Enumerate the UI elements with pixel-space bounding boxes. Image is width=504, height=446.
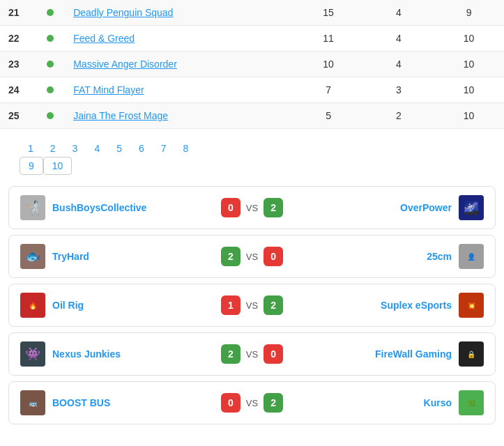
col3-cell: 10 <box>434 103 504 129</box>
status-dot <box>47 9 54 16</box>
team-name-cell[interactable]: FAT Mind Flayer <box>65 77 293 103</box>
team-right: FireWall Gaming 🔒 <box>315 341 484 367</box>
team-left: 👾 Nexus Junkies <box>20 341 190 367</box>
score-badge-right: 0 <box>264 344 283 364</box>
table-row: 21 Deadly Penguin Squad 15 4 9 <box>0 0 504 26</box>
match-center: 2 VS 0 <box>190 344 315 364</box>
match-card: 🐟 TryHard 2 VS 0 25cm 👤 <box>8 235 496 278</box>
team-name-left[interactable]: Oil Rig <box>52 300 84 311</box>
table-row: 24 FAT Mind Flayer 7 3 10 <box>0 77 504 103</box>
table-row: 22 Feed & Greed 11 4 10 <box>0 26 504 52</box>
team-name-right[interactable]: OverPower <box>400 202 452 213</box>
pts-cell: 15 <box>293 0 364 26</box>
round-number-selected[interactable]: 9 <box>20 157 43 175</box>
status-dot <box>47 35 54 42</box>
team-logo-right: 🌌 <box>459 195 484 220</box>
col3-cell: 10 <box>434 52 504 77</box>
pts-cell: 11 <box>293 26 364 52</box>
team-name-right[interactable]: Kurso <box>424 397 452 408</box>
team-name-right[interactable]: Suplex eSports <box>381 300 452 311</box>
matches-section: 🤺 BushBoysCollective 0 VS 2 OverPower 🌌 … <box>0 180 504 430</box>
team-left: 🔥 Oil Rig <box>20 293 190 318</box>
team-logo-right: 🔒 <box>459 341 484 367</box>
round-number-selected[interactable]: 10 <box>43 157 72 175</box>
round-number[interactable]: 7 <box>153 140 175 157</box>
rank-cell: 22 <box>0 26 35 52</box>
col2-cell: 3 <box>363 77 434 103</box>
col2-cell: 4 <box>363 52 434 77</box>
team-name-cell[interactable]: Feed & Greed <box>65 26 293 52</box>
team-left: 🚌 BOOST BUS <box>20 390 190 415</box>
round-number[interactable]: 1 <box>20 140 42 157</box>
match-center: 0 VS 2 <box>190 198 315 217</box>
vs-text: VS <box>246 252 258 262</box>
team-left: 🐟 TryHard <box>20 244 190 269</box>
team-left: 🤺 BushBoysCollective <box>20 195 190 220</box>
rank-cell: 21 <box>0 0 35 26</box>
col3-cell: 10 <box>434 26 504 52</box>
team-name-left[interactable]: TryHard <box>52 251 89 262</box>
col2-cell: 2 <box>363 103 434 129</box>
dot-cell <box>35 103 65 129</box>
team-logo-left: 🐟 <box>20 244 45 269</box>
col2-cell: 4 <box>363 0 434 26</box>
status-dot <box>47 86 54 93</box>
team-logo-left: 🚌 <box>20 390 45 415</box>
round-number[interactable]: 4 <box>86 140 108 157</box>
team-name-cell[interactable]: Jaina The Frost Mage <box>65 103 293 129</box>
table-row: 23 Massive Anger Disorder 10 4 10 <box>0 52 504 77</box>
status-dot <box>47 112 54 119</box>
team-name-right[interactable]: FireWall Gaming <box>375 348 452 360</box>
match-card: 👾 Nexus Junkies 2 VS 0 FireWall Gaming 🔒 <box>8 332 496 376</box>
match-card: 🤺 BushBoysCollective 0 VS 2 OverPower 🌌 <box>8 186 496 229</box>
rank-cell: 23 <box>0 52 35 77</box>
score-badge-right: 0 <box>264 247 283 266</box>
match-card: 🚌 BOOST BUS 0 VS 2 Kurso 🌿 <box>8 381 496 424</box>
dot-cell <box>35 26 65 52</box>
team-logo-right: 👤 <box>459 244 484 269</box>
match-center: 1 VS 2 <box>190 295 315 315</box>
match-card: 🔥 Oil Rig 1 VS 2 Suplex eSports 💥 <box>8 284 496 327</box>
rank-cell: 24 <box>0 77 35 103</box>
rank-cell: 25 <box>0 103 35 129</box>
team-logo-right: 🌿 <box>459 390 484 415</box>
team-right: Suplex eSports 💥 <box>315 293 484 318</box>
standings-table: 21 Deadly Penguin Squad 15 4 9 22 Feed &… <box>0 0 504 129</box>
dot-cell <box>35 52 65 77</box>
status-dot <box>47 61 54 68</box>
team-logo-left: 👾 <box>20 341 45 367</box>
vs-text: VS <box>246 300 258 311</box>
team-name-cell[interactable]: Deadly Penguin Squad <box>65 0 293 26</box>
team-name-left[interactable]: Nexus Junkies <box>52 348 121 360</box>
col3-cell: 9 <box>434 0 504 26</box>
score-badge-left: 2 <box>221 344 240 364</box>
pts-cell: 5 <box>293 103 364 129</box>
score-badge-left: 0 <box>221 198 240 217</box>
score-badge-left: 1 <box>221 295 240 315</box>
col2-cell: 4 <box>363 26 434 52</box>
round-number[interactable]: 8 <box>175 140 197 157</box>
dot-cell <box>35 77 65 103</box>
team-right: OverPower 🌌 <box>315 195 484 220</box>
round-number[interactable]: 5 <box>108 140 130 157</box>
score-badge-right: 2 <box>264 198 283 217</box>
team-logo-right: 💥 <box>459 293 484 318</box>
round-number[interactable]: 6 <box>130 140 153 157</box>
score-badge-left: 0 <box>221 393 240 413</box>
team-logo-left: 🔥 <box>20 293 45 318</box>
dot-cell <box>35 0 65 26</box>
team-name-right[interactable]: 25cm <box>427 251 452 262</box>
team-name-left[interactable]: BOOST BUS <box>52 397 110 408</box>
pts-cell: 7 <box>293 77 364 103</box>
round-number[interactable]: 3 <box>64 140 86 157</box>
round-row2: 910 <box>20 157 197 175</box>
col3-cell: 10 <box>434 77 504 103</box>
match-center: 2 VS 0 <box>190 247 315 266</box>
table-row: 25 Jaina The Frost Mage 5 2 10 <box>0 103 504 129</box>
team-logo-left: 🤺 <box>20 195 45 220</box>
team-name-left[interactable]: BushBoysCollective <box>52 202 146 213</box>
team-name-cell[interactable]: Massive Anger Disorder <box>65 52 293 77</box>
score-badge-right: 2 <box>264 393 283 413</box>
round-number[interactable]: 2 <box>42 140 64 157</box>
match-center: 0 VS 2 <box>190 393 315 413</box>
